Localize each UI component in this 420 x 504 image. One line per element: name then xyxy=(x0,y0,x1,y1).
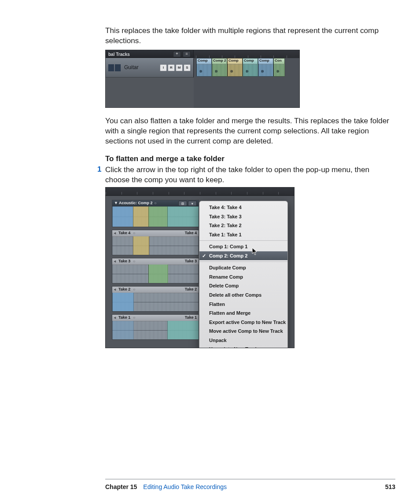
menu-item[interactable]: Delete all other Comps xyxy=(199,291,287,300)
step-number: 1 xyxy=(97,165,105,174)
add-track-icon: + xyxy=(173,51,181,57)
procedure-step: 1 Click the arrow in the top right of th… xyxy=(105,165,395,184)
take-lane: ◃Take 2○Take 2 xyxy=(112,286,199,312)
menu-item[interactable]: Unpack xyxy=(199,336,287,345)
menu-item[interactable]: Delete Comp xyxy=(199,281,287,291)
menu-item[interactable]: Unpack to New Tracks xyxy=(199,345,287,348)
take-label: Take 3 xyxy=(118,259,130,264)
comp-regions: Comp Comp 2 Comp Comp Comp Con xyxy=(196,58,285,77)
menu-item-label: Comp 2: Comp 2 xyxy=(209,253,247,258)
menu-item[interactable]: Export active Comp to New Track xyxy=(199,318,287,327)
track-solo-button: S xyxy=(184,64,191,71)
take-label: Take 4 xyxy=(118,231,130,236)
footer-page-number: 513 xyxy=(385,483,395,491)
track-record-button: R xyxy=(168,64,175,71)
take-label-right: Take 1 xyxy=(185,315,197,320)
take-lane: ◃Take 3○Take 3 xyxy=(112,258,199,283)
menu-item[interactable]: Move active Comp to New Track xyxy=(199,327,287,336)
figure-track-regions: bal Tracks + ≡ Guitar I R M S Comp Comp … xyxy=(105,50,300,108)
track-waveform-icon xyxy=(108,64,121,71)
menu-item[interactable]: Comp 1: Comp 1 xyxy=(199,242,287,251)
take-label: Take 1 xyxy=(118,315,130,320)
figure-take-folder-menu: ▼ Acoustic: Comp 2 ○ ⊡ ▾ xyxy=(105,187,295,348)
procedure-heading: To flatten and merge a take folder xyxy=(105,154,395,164)
menu-item[interactable]: Take 4: Take 4 xyxy=(199,203,287,212)
take-folder-button-icon: ⊡ xyxy=(178,201,187,206)
body-paragraph: This replaces the take folder with multi… xyxy=(105,26,395,45)
menu-item[interactable]: Flatten xyxy=(199,300,287,309)
footer-chapter: Chapter 15 xyxy=(105,483,137,491)
menu-item[interactable]: Take 2: Take 2 xyxy=(199,221,287,230)
track-menu-icon: ≡ xyxy=(183,51,191,57)
track-list-header-label: bal Tracks xyxy=(108,52,130,57)
track-input-button: I xyxy=(160,64,167,71)
take-label-right: Take 4 xyxy=(185,231,197,236)
take-folder-popup-menu: Take 4: Take 4 Take 3: Take 3 Take 2: Ta… xyxy=(199,201,288,348)
step-text: Click the arrow in the top right of the … xyxy=(105,165,395,184)
track-list-header: bal Tracks + ≡ xyxy=(106,50,194,58)
take-folder-arrow-icon: ▾ xyxy=(188,201,197,206)
page-footer: Chapter 15 Editing Audio Take Recordings… xyxy=(105,479,395,491)
take-folder-title: ▼ Acoustic: Comp 2 xyxy=(114,201,153,206)
take-lane: ◃Take 4○Take 4 xyxy=(112,230,199,255)
menu-item[interactable]: Take 3: Take 3 xyxy=(199,212,287,221)
track-header: Guitar I R M S xyxy=(106,58,194,77)
menu-item[interactable]: Take 1: Take 1 xyxy=(199,230,287,239)
take-folder-main: ▼ Acoustic: Comp 2 ○ ⊡ ▾ xyxy=(112,200,199,227)
take-label-right: Take 2 xyxy=(185,287,197,292)
menu-item-selected[interactable]: ✓ Comp 2: Comp 2 xyxy=(199,251,287,261)
footer-title: Editing Audio Take Recordings xyxy=(143,483,227,491)
menu-item[interactable]: Flatten and Merge xyxy=(199,309,287,318)
menu-item[interactable]: Duplicate Comp xyxy=(199,263,287,272)
track-mute-button: M xyxy=(176,64,183,71)
body-paragraph: You can also flatten a take folder and m… xyxy=(105,116,395,146)
check-icon: ✓ xyxy=(202,253,206,259)
take-label-right: Take 3 xyxy=(185,259,197,264)
take-label: Take 2 xyxy=(118,287,130,292)
take-lane: ◃Take 1○Take 1 xyxy=(112,314,199,340)
track-name: Guitar xyxy=(124,64,139,71)
menu-item[interactable]: Rename Comp xyxy=(199,272,287,282)
